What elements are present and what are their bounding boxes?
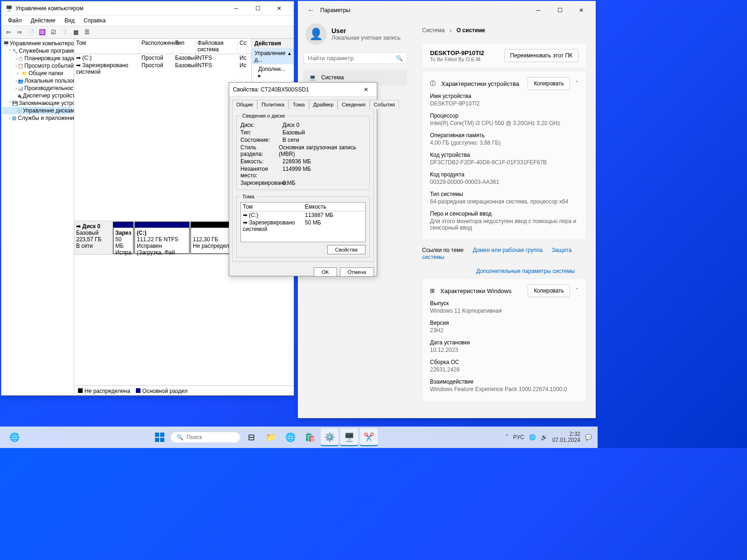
tab-details[interactable]: Сведения (338, 100, 369, 109)
back-button[interactable]: ← (302, 6, 320, 14)
tree-services[interactable]: ›⚙️Службы и приложения (2, 114, 73, 122)
tab-general[interactable]: Общие (232, 100, 257, 109)
up-icon[interactable]: 📄 (26, 27, 36, 37)
spec-row: Код продукта00329-00000-00003-AA361 (430, 168, 578, 188)
kv-row: Тип:Базовый (240, 129, 366, 136)
spec-row: Тип системы64-разрядная операционная сис… (430, 188, 578, 208)
close-button[interactable]: ✕ (268, 1, 290, 15)
tray-chevron-icon[interactable]: ˄ (506, 434, 508, 441)
close-button[interactable]: ✕ (571, 3, 592, 17)
spec-row: Дата установки10.12.2023 (430, 336, 578, 356)
tab-policy[interactable]: Политика (257, 100, 289, 109)
page-title: О системе (457, 27, 485, 34)
tree-item[interactable]: ›👥Локальные пользоват (2, 77, 73, 84)
menubar: Файл Действие Вид Справка (1, 15, 294, 26)
titlebar[interactable]: 🖥️ Управление компьютером ─ ☐ ✕ (1, 1, 294, 15)
action-item[interactable]: Дополни... ▸ (252, 64, 294, 80)
menu-view[interactable]: Вид (61, 16, 78, 25)
forward-icon[interactable]: ⇨ (14, 27, 25, 37)
close-button[interactable]: ✕ (359, 83, 373, 97)
tree-item[interactable]: ›📁Общие папки (2, 70, 73, 77)
tree-root[interactable]: 🖥️Управление компьютером (л (2, 40, 73, 47)
tree-disk-management[interactable]: 💿Управление дисками (2, 107, 73, 114)
tray-lang[interactable]: РУС (513, 434, 524, 441)
menu-help[interactable]: Справка (80, 16, 109, 25)
svg-rect-3 (160, 438, 164, 442)
device-sub: To Be Filled By O.E.M. (430, 56, 484, 62)
taskbar-search[interactable]: 🔍 (170, 432, 240, 443)
properties-dialog: Свойства: CT240BX500SSD1 ✕ Общие Политик… (229, 82, 377, 276)
start-button[interactable] (151, 428, 169, 446)
partition[interactable]: (C:)111,22 ГБ NTFSИсправен (Загрузка, Фа… (134, 222, 190, 254)
tree-item[interactable]: ›📊Производительность (2, 84, 73, 92)
list-row[interactable]: ➡ Зарезервировано системой Простой Базов… (74, 62, 251, 76)
help-icon[interactable]: ❔ (59, 27, 70, 37)
titlebar[interactable]: ← Параметры ─ ☐ ✕ (298, 1, 596, 20)
titlebar[interactable]: Свойства: CT240BX500SSD1 ✕ (229, 83, 377, 97)
snip-icon[interactable]: ✂️ (360, 428, 378, 446)
svg-rect-1 (160, 433, 164, 437)
properties-button[interactable]: Свойства (327, 245, 366, 254)
user-block[interactable]: 👤 User Локальная учетная запись (303, 20, 407, 52)
maximize-button[interactable]: ☐ (549, 3, 571, 17)
chevron-up-icon[interactable]: ˄ (576, 287, 578, 294)
link-domain[interactable]: Домен или рабочая группа (473, 247, 543, 253)
maximize-button[interactable]: ☐ (247, 1, 268, 15)
tree-item[interactable]: 🔌Диспетчер устройств (2, 92, 73, 99)
store-icon[interactable]: 🛍️ (301, 428, 319, 446)
tab-events[interactable]: События (370, 100, 399, 109)
tray-volume-icon[interactable]: 🔊 (541, 434, 548, 441)
tray-clock[interactable]: 2:32 07.01.2024 (552, 431, 580, 443)
related-links: Ссылки по теме Домен или рабочая группа … (422, 243, 586, 278)
menu-file[interactable]: Файл (4, 16, 26, 25)
copy-button[interactable]: Копировать (528, 77, 570, 90)
list-row[interactable]: ➡ (C:) Простой Базовый NTFS Ис (74, 54, 251, 62)
ok-button[interactable]: OK (314, 267, 337, 277)
refresh-icon[interactable]: 🔯 (37, 27, 47, 37)
edge-icon[interactable]: 🌐 (6, 428, 23, 446)
chevron-right-icon: › (449, 26, 451, 35)
tree-system-tools[interactable]: ˅🔧Служебные программы (2, 47, 73, 55)
search-box[interactable]: 🔍 (303, 52, 407, 64)
back-icon[interactable]: ⇦ (3, 27, 14, 37)
tree-item[interactable]: ›⏱️Планировщик заданий (2, 55, 73, 62)
tree-item[interactable]: ›📋Просмотр событий (2, 62, 73, 70)
volumes-list[interactable]: ТомЕмкость ➡ (C:)113887 МБ ➡ Зарезервиро… (240, 202, 366, 242)
copy-button[interactable]: Копировать (528, 284, 570, 297)
list-icon[interactable]: ☰ (82, 27, 92, 37)
spec-row: Код устройстваDF3C7DB2-F2DF-40D8-9C1F-01… (430, 149, 578, 168)
props-icon[interactable]: ☑ (48, 27, 58, 37)
disk-info-group: Сведения о диске Диск:Диск 0Тип:БазовыйС… (236, 113, 370, 190)
explorer-icon[interactable]: 📁 (262, 428, 280, 446)
tab-bar: Общие Политика Тома Драйвер Сведения Соб… (229, 97, 377, 109)
disk-info[interactable]: ➡ Диск 0 Базовый 223,57 ГБ В сети (74, 221, 113, 254)
view-icon[interactable]: ▦ (70, 27, 81, 37)
partition[interactable]: Зарез50 МБИспра (113, 222, 134, 254)
settings-icon[interactable]: ⚙️ (321, 428, 338, 446)
rename-pc-button[interactable]: Переименовать этот ПК (504, 49, 578, 62)
menu-action[interactable]: Действие (27, 16, 59, 25)
tree-panel: 🖥️Управление компьютером (л ˅🔧Служебные … (1, 39, 74, 396)
dialog-title: Свойства: CT240BX500SSD1 (233, 86, 359, 93)
crumb-system[interactable]: Система (422, 27, 444, 34)
list-header[interactable]: Том Расположение Тип Файловая система Сс (74, 39, 251, 54)
cancel-button[interactable]: Отмена (340, 267, 374, 277)
kv-row: Зарезервировано:0 МБ (240, 179, 366, 187)
search-input[interactable] (308, 55, 396, 62)
minimize-button[interactable]: ─ (226, 1, 247, 15)
task-view-icon[interactable]: ⊟ (242, 428, 260, 446)
window-title: Параметры (320, 7, 528, 14)
action-item[interactable]: Управление д...▴ (252, 49, 294, 64)
minimize-button[interactable]: ─ (528, 3, 549, 17)
link-advanced[interactable]: Дополнительные параметры системы (476, 268, 575, 274)
edge-icon[interactable]: 🌐 (282, 428, 299, 446)
tray-network-icon[interactable]: 🌐 (529, 434, 536, 441)
tab-volumes[interactable]: Тома (289, 100, 309, 109)
tree-storage[interactable]: ˅💾Запоминающие устройст (2, 99, 73, 107)
chevron-up-icon[interactable]: ˄ (576, 80, 578, 87)
app-icon: 🖥️ (5, 5, 13, 12)
tab-driver[interactable]: Драйвер (309, 100, 338, 109)
tray-notifications-icon[interactable]: 💬 (585, 434, 592, 441)
compmgmt-icon[interactable]: 🖥️ (340, 428, 358, 446)
volumes-group: Тома ТомЕмкость ➡ (C:)113887 МБ ➡ Зарезе… (236, 194, 370, 258)
